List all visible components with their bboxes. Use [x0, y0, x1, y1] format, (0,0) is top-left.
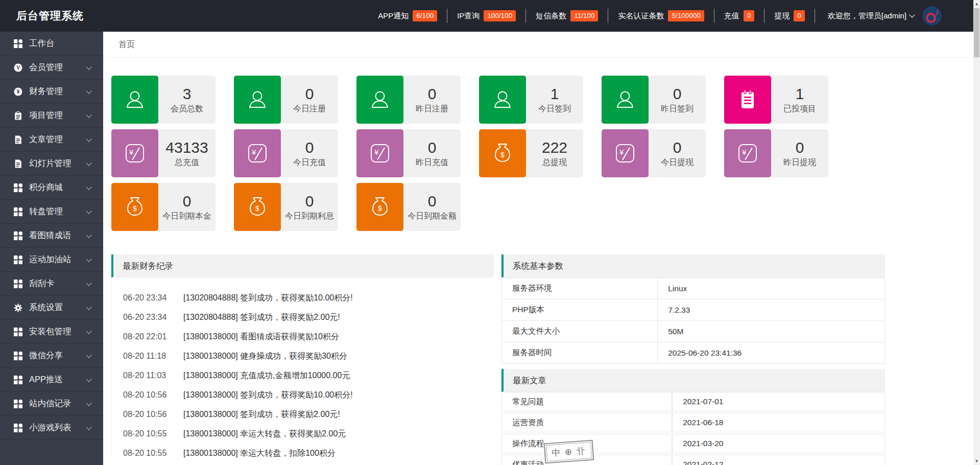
sidebar-item-label: 会员管理	[29, 62, 87, 73]
svg-text:$: $	[378, 204, 382, 213]
scroll-up-arrow[interactable]: ▲	[973, 0, 980, 8]
sidebar-item-label: 转盘管理	[29, 206, 87, 217]
watermark-stamp: 中 ⊕ 卝	[544, 440, 594, 464]
stat-label: 今日到期金额	[408, 211, 457, 222]
stat-label: 昨日充值	[416, 157, 448, 168]
header-stat-recharge[interactable]: 充值 0	[724, 10, 755, 21]
finance-record: 08-20 10:55[13800138000] 幸运大转盘，扣除100积分	[123, 448, 494, 458]
sidebar-item-label: 系统设置	[29, 302, 87, 313]
grid-icon	[13, 400, 23, 408]
status-badge: 0	[744, 10, 755, 21]
chevron-down-icon	[86, 64, 91, 69]
stat-value: 1	[551, 85, 559, 102]
header-stat-realname-count[interactable]: 实名认证条数 5/100000	[618, 10, 704, 21]
chevron-down-icon	[86, 160, 91, 166]
grid-icon	[13, 424, 23, 432]
header-stat-label: IP查询	[457, 11, 480, 21]
sidebar-item-label: 财务管理	[29, 86, 87, 97]
grid-icon	[13, 352, 23, 360]
user-icon	[602, 76, 649, 124]
finance-record: 08-20 11:18[13800138000] 健身操成功，获得奖励30积分	[123, 351, 494, 361]
grid-icon	[13, 280, 23, 288]
chevron-down-icon	[86, 112, 91, 118]
sidebar-item-scratch-card[interactable]: 刮刮卡	[0, 272, 103, 296]
finance-record: 08-20 10:55[13800138000] 幸运大转盘，获得奖励2.00元	[123, 429, 494, 439]
sidebar-item-minigames[interactable]: 小游戏列表	[0, 416, 103, 440]
chevron-down-icon	[86, 424, 91, 430]
stat-value: 0	[183, 193, 192, 210]
sidebar-item-articles[interactable]: 文章管理	[0, 128, 103, 152]
param-value: Linux	[658, 278, 885, 299]
header-stat-sms-count[interactable]: 短信条数 11/100	[536, 10, 598, 21]
stat-label: 昨日注册	[416, 104, 448, 114]
chevron-down-icon	[86, 232, 91, 238]
sidebar-item-label: APP推送	[29, 374, 87, 385]
sidebar-item-sports[interactable]: 运动加油站	[0, 248, 103, 272]
breadcrumb[interactable]: 首页	[103, 32, 973, 58]
scrollbar-thumb[interactable]	[974, 8, 979, 57]
document-icon	[13, 135, 23, 144]
app-title: 后台管理系统	[16, 9, 84, 23]
money-bag-icon: $	[111, 183, 158, 231]
sidebar-item-wheel[interactable]: 转盘管理	[0, 200, 103, 224]
record-time: 06-20 23:34	[123, 312, 183, 322]
avatar[interactable]: ♪	[922, 6, 942, 26]
article-title[interactable]: 运营资质	[501, 413, 672, 432]
record-text: [13020804888] 签到成功，获得奖励10.00积分!	[183, 293, 353, 303]
sidebar-item-app-push[interactable]: APP推送	[0, 368, 103, 392]
user-menu[interactable]: 欢迎您，管理员[admin]	[828, 11, 914, 21]
param-value: 7.2.33	[658, 299, 885, 321]
sidebar-item-members[interactable]: V 会员管理	[0, 56, 103, 80]
record-text: [13800138000] 幸运大转盘，扣除100积分	[183, 448, 336, 458]
record-text: [13800138000] 看图猜成语获得奖励10积分	[183, 332, 339, 342]
stat-value: 1	[796, 85, 804, 102]
record-time: 08-20 10:55	[123, 429, 183, 439]
sidebar-item-wechat-share[interactable]: 微信分享	[0, 344, 103, 368]
sidebar-item-finance[interactable]: ¥ 财务管理	[0, 80, 103, 104]
status-badge: 11/100	[570, 10, 598, 21]
sidebar-item-messages[interactable]: 站内信记录	[0, 392, 103, 416]
article-title[interactable]: 常见问题	[501, 392, 672, 411]
header-stat-withdraw[interactable]: 提现 0	[774, 10, 805, 21]
sidebar: 工作台 V 会员管理 ¥ 财务管理 项目管理 文章管理 幻灯片管理 积分商城 转…	[0, 32, 103, 465]
sidebar-item-projects[interactable]: 项目管理	[0, 104, 103, 128]
stat-card-yesterday-withdraw: ¥ 0昨日提现	[724, 129, 828, 177]
stat-card-invested-projects: 1已投项目	[724, 76, 828, 124]
header-stat-label: 充值	[724, 11, 739, 21]
svg-text:¥: ¥	[251, 148, 256, 156]
chevron-down-icon	[86, 256, 91, 262]
sidebar-item-label: 积分商城	[29, 182, 87, 193]
sidebar-item-label: 刮刮卡	[29, 278, 87, 289]
finance-record: 08-20 10:56[13800138000] 签到成功，获得奖励10.00积…	[123, 390, 494, 400]
money-bag-icon: $	[479, 129, 526, 177]
sidebar-item-points-mall[interactable]: 积分商城	[0, 176, 103, 200]
finance-record: 06-20 23:34[13020804888] 签到成功，获得奖励10.00积…	[123, 293, 494, 303]
divider	[815, 9, 815, 23]
money-bag-icon: $	[234, 183, 281, 231]
stat-card-today-register: 0今日注册	[234, 76, 338, 124]
sidebar-item-packages[interactable]: 安装包管理	[0, 320, 103, 344]
sidebar-item-idiom-guess[interactable]: 看图猜成语	[0, 224, 103, 248]
divider	[714, 9, 714, 23]
grid-icon	[13, 255, 23, 264]
record-time: 08-20 10:55	[123, 448, 183, 458]
chevron-down-icon	[86, 304, 91, 310]
sidebar-item-settings[interactable]: 系统设置	[0, 296, 103, 320]
sidebar-item-slides[interactable]: 幻灯片管理	[0, 152, 103, 176]
header-stat-app-notice[interactable]: APP通知 6/100	[378, 10, 437, 21]
header-stat-ip-query[interactable]: IP查询 100/100	[457, 10, 516, 21]
divider	[764, 9, 764, 23]
panel-title: 最新财务纪录	[111, 254, 494, 277]
article-date: 2021-03-20	[672, 434, 885, 453]
status-badge: 100/100	[484, 10, 516, 21]
money-bag-icon: $	[356, 183, 403, 231]
sidebar-item-label: 小游戏列表	[29, 422, 87, 433]
param-label: 服务器环境	[502, 278, 658, 299]
scroll-down-arrow[interactable]: ▼	[973, 457, 980, 465]
vertical-scrollbar[interactable]: ▲ ▼	[973, 0, 980, 465]
article-date: 2021-07-01	[672, 392, 885, 411]
chevron-down-icon	[86, 136, 91, 142]
header-stat-label: APP通知	[378, 11, 409, 21]
sidebar-item-workbench[interactable]: 工作台	[0, 32, 103, 56]
sidebar-item-label: 看图猜成语	[29, 230, 87, 241]
